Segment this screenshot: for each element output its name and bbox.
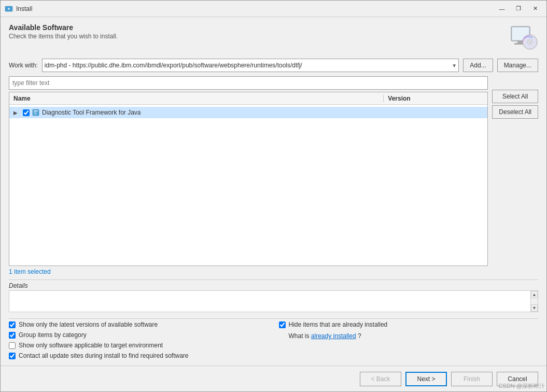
already-installed-row: What is already installed ? (279, 332, 539, 340)
col-name-header: Name (9, 95, 384, 102)
work-with-select[interactable]: idm-phd - https://public.dhe.ibm.com/ibm… (42, 59, 459, 72)
group-category-checkbox[interactable] (9, 332, 16, 339)
details-box: ▲ ▼ (9, 290, 538, 312)
package-icon (32, 108, 40, 117)
select-all-button[interactable]: Select All (492, 90, 538, 103)
add-button[interactable]: Add... (463, 59, 493, 72)
scroll-down-icon[interactable]: ▼ (531, 304, 538, 312)
already-installed-text: What is (289, 332, 311, 340)
show-applicable-label: Show only software applicable to target … (19, 342, 163, 349)
table-row[interactable]: ▶ Diagnostic Tool Framework for (9, 107, 487, 118)
option-group-category[interactable]: Group items by category (9, 331, 269, 339)
status-text: 1 item selected (9, 268, 51, 275)
manage-button[interactable]: Manage... (497, 59, 538, 72)
next-button[interactable]: Next > (405, 372, 447, 386)
row-expander-icon[interactable]: ▶ (13, 110, 21, 116)
left-panel: Name Version ▶ (9, 76, 488, 266)
window-icon (5, 5, 13, 13)
col-version-header: Version (384, 95, 487, 102)
already-installed-link[interactable]: already installed (311, 332, 356, 340)
contact-sites-checkbox[interactable] (9, 353, 16, 359)
header-section: Available Software Check the items that … (9, 23, 538, 52)
already-installed-suffix: ? (358, 332, 361, 340)
filter-input[interactable] (9, 76, 488, 90)
options-columns: Show only the latest versions of availab… (9, 321, 538, 359)
close-button[interactable]: ✕ (528, 3, 542, 15)
options-section: Show only the latest versions of availab… (9, 321, 538, 359)
work-with-row: Work with: idm-phd - https://public.dhe.… (9, 59, 538, 72)
option-show-latest[interactable]: Show only the latest versions of availab… (9, 321, 269, 328)
minimize-button[interactable]: — (495, 3, 509, 15)
bottom-bar: < Back Next > Finish Cancel (1, 366, 546, 391)
status-bar: 1 item selected (9, 266, 538, 277)
option-hide-installed[interactable]: Hide items that are already installed (279, 321, 539, 328)
show-latest-checkbox[interactable] (9, 321, 16, 328)
window-controls: — ❐ ✕ (495, 3, 542, 15)
restore-button[interactable]: ❐ (511, 3, 526, 15)
option-contact-sites[interactable]: Contact all update sites during install … (9, 352, 269, 359)
row-label: Diagnostic Tool Framework for Java (42, 109, 380, 116)
scroll-up-icon[interactable]: ▲ (531, 291, 538, 298)
show-latest-label: Show only the latest versions of availab… (19, 321, 158, 328)
option-show-applicable[interactable]: Show only software applicable to target … (9, 342, 269, 349)
install-icon (509, 23, 538, 52)
svg-rect-12 (34, 114, 37, 115)
details-label: Details (9, 282, 538, 289)
details-section: Details ▲ ▼ (9, 282, 538, 312)
show-applicable-checkbox[interactable] (9, 342, 16, 349)
options-left: Show only the latest versions of availab… (9, 321, 269, 359)
main-content: Available Software Check the items that … (1, 17, 546, 366)
side-buttons: Select All Deselect All (492, 76, 538, 266)
hide-installed-checkbox[interactable] (279, 321, 286, 328)
titlebar: Install — ❐ ✕ (1, 1, 546, 17)
details-scrollbar: ▲ ▼ (530, 291, 538, 312)
software-table: Name Version ▶ (9, 92, 488, 266)
table-header: Name Version (9, 92, 487, 105)
filter-row (9, 76, 488, 90)
finish-button[interactable]: Finish (451, 372, 493, 386)
deselect-all-button[interactable]: Deselect All (492, 105, 538, 119)
table-body: ▶ Diagnostic Tool Framework for (9, 105, 487, 265)
svg-rect-10 (34, 110, 38, 111)
window-title: Install (16, 5, 495, 12)
install-window: Install — ❐ ✕ Available Software Check t… (0, 0, 547, 392)
svg-point-1 (8, 8, 10, 10)
watermark: CSDN @深析昨汁 (499, 382, 545, 390)
svg-point-8 (529, 41, 531, 43)
contact-sites-label: Contact all update sites during install … (19, 352, 189, 359)
group-category-label: Group items by category (19, 331, 87, 339)
row-checkbox[interactable] (23, 109, 30, 116)
back-button[interactable]: < Back (360, 372, 401, 386)
separator-2 (9, 318, 538, 319)
work-with-select-wrapper: idm-phd - https://public.dhe.ibm.com/ibm… (42, 59, 459, 72)
section-subtitle: Check the items that you wish to install… (9, 33, 118, 40)
section-title: Available Software (9, 23, 118, 32)
options-right: Hide items that are already installed Wh… (279, 321, 539, 359)
header-left: Available Software Check the items that … (9, 23, 118, 40)
hide-installed-label: Hide items that are already installed (289, 321, 388, 328)
work-with-label: Work with: (9, 62, 38, 69)
separator-1 (9, 279, 538, 280)
svg-rect-11 (34, 112, 37, 113)
